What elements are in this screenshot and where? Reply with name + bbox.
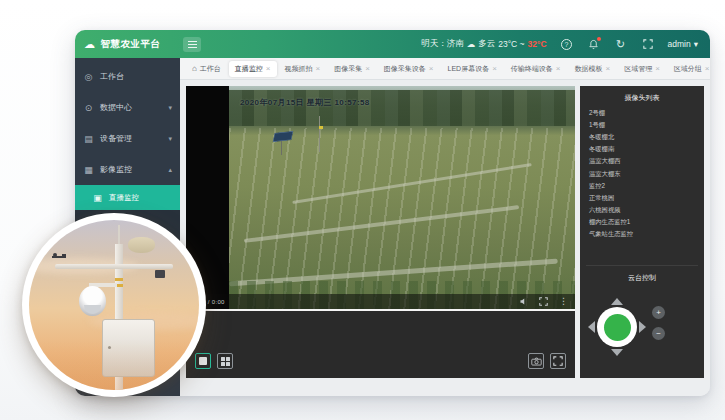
chevron-down-icon: ▾ xyxy=(168,104,172,112)
help-icon[interactable]: ? xyxy=(560,37,574,51)
player-fullscreen-button[interactable] xyxy=(550,353,566,369)
close-icon[interactable]: × xyxy=(365,65,370,73)
fullscreen-icon[interactable] xyxy=(641,37,655,51)
user-menu[interactable]: admin ▾ xyxy=(668,39,698,49)
ptz-left-button[interactable] xyxy=(588,321,595,333)
camera-list-item[interactable]: 六桃园视频 xyxy=(580,205,704,217)
sidebar-item-device-management[interactable]: ▤ 设备管理 ▾ xyxy=(75,123,180,154)
close-icon[interactable]: × xyxy=(429,65,434,73)
ptz-center-button[interactable] xyxy=(597,307,637,347)
chevron-up-icon: ▴ xyxy=(168,166,172,174)
single-view-button[interactable] xyxy=(195,353,211,369)
live-monitor-icon: ▣ xyxy=(92,193,103,203)
notification-bell-icon[interactable] xyxy=(587,37,601,51)
camera-list-item[interactable]: 监控2 xyxy=(580,180,704,192)
video-timestamp-overlay: 2020年07月15日 星期三 10:57:58 xyxy=(240,97,370,108)
single-view-icon xyxy=(199,357,207,365)
volume-icon[interactable] xyxy=(519,297,528,306)
player-toolbar xyxy=(186,311,575,378)
anemometer xyxy=(52,253,66,261)
expand-icon xyxy=(553,356,563,366)
camera-list-item[interactable]: 正常桃园 xyxy=(580,192,704,204)
video-viewport[interactable]: 2020年07月15日 星期三 10:57:58 0:00 / 0:00 ⋮ xyxy=(186,86,575,311)
tab-image-collection[interactable]: 图像采集 × xyxy=(328,61,376,77)
tab-live-monitoring[interactable]: 直播监控 × xyxy=(229,61,277,77)
chevron-down-icon: ▾ xyxy=(694,39,698,49)
app-header: ☁ 智慧农业平台 明天：济南 ☁ 多云 23°C ~ 32°C ? xyxy=(75,30,710,58)
ptz-up-button[interactable] xyxy=(611,298,623,305)
ptz-zoom-out-button[interactable]: − xyxy=(652,327,665,340)
tab-transmission-devices[interactable]: 传输终端设备 × xyxy=(505,61,567,77)
video-player: 2020年07月15日 星期三 10:57:58 0:00 / 0:00 ⋮ xyxy=(186,86,575,378)
grid-view-button[interactable] xyxy=(217,353,233,369)
sidebar-item-workbench[interactable]: ◎ 工作台 xyxy=(75,61,180,92)
weather-summary: 明天：济南 ☁ 多云 23°C ~ 32°C xyxy=(421,38,546,50)
camera-list-title: 摄像头列表 xyxy=(580,86,704,107)
sidebar-item-data-center[interactable]: ⊙ 数据中心 ▾ xyxy=(75,92,180,123)
weather-condition: 多云 xyxy=(478,38,495,50)
tab-home[interactable]: ⌂ 工作台 xyxy=(186,61,227,77)
camera-list-item[interactable]: 冬暖棚北 xyxy=(580,131,704,143)
snapshot-button[interactable] xyxy=(528,353,544,369)
weather-city: 明天：济南 xyxy=(421,38,464,50)
sidebar-item-label: 设备管理 xyxy=(100,133,132,144)
monitor-icon: ▦ xyxy=(83,165,94,175)
close-icon[interactable]: × xyxy=(266,65,271,73)
camera-list-item[interactable]: 棚内生态监控1 xyxy=(580,217,704,229)
camera-list-item[interactable]: 温室大棚西 xyxy=(580,156,704,168)
temp-low: 23°C ~ xyxy=(498,39,524,49)
more-options-icon[interactable]: ⋮ xyxy=(559,297,568,306)
camera-icon xyxy=(531,357,542,366)
sensor-cross-arm xyxy=(55,264,173,269)
tab-image-collection-devices[interactable]: 图像采集设备 × xyxy=(378,61,440,77)
camera-list-item[interactable]: 气象站生态监控 xyxy=(580,229,704,241)
sidebar-item-video-monitoring[interactable]: ▦ 影像监控 ▴ xyxy=(75,154,180,185)
sidebar-item-label: 数据中心 xyxy=(100,102,132,113)
close-icon[interactable]: × xyxy=(606,65,611,73)
sidebar-toggle-button[interactable] xyxy=(183,37,201,52)
ptz-right-button[interactable] xyxy=(639,321,646,333)
temp-high: 32°C xyxy=(528,39,547,49)
sidebar-item-label: 影像监控 xyxy=(100,164,132,175)
app-title: 智慧农业平台 xyxy=(101,38,161,51)
weather-station-photo xyxy=(22,213,206,397)
video-control-bar: 0:00 / 0:00 ⋮ xyxy=(186,294,575,309)
cloud-logo-icon: ☁ xyxy=(84,38,96,51)
sidebar-item-label: 工作台 xyxy=(100,71,124,82)
camera-list-item[interactable]: 1号棚 xyxy=(580,119,704,131)
ptz-dpad xyxy=(589,299,645,355)
camera-panel: 摄像头列表 2号棚 1号棚 冬暖棚北 冬暖棚南 温室大棚西 温室大棚东 监控2 … xyxy=(580,86,704,378)
close-icon[interactable]: × xyxy=(316,65,321,73)
user-name: admin xyxy=(668,39,691,49)
close-icon[interactable]: × xyxy=(705,65,710,73)
ptz-zoom-in-button[interactable]: + xyxy=(652,306,665,319)
antenna xyxy=(118,225,120,245)
weather-cloud-icon: ☁ xyxy=(467,39,476,49)
ptz-control: + − xyxy=(580,289,704,375)
camera-list-item[interactable]: 2号棚 xyxy=(580,107,704,119)
tab-video-capture[interactable]: 视频抓拍 × xyxy=(279,61,327,77)
tab-data-template[interactable]: 数据模板 × xyxy=(569,61,617,77)
ptz-control-title: 云台控制 xyxy=(580,266,704,287)
refresh-icon[interactable]: ↻ xyxy=(614,37,628,51)
tab-region-management[interactable]: 区域管理 × xyxy=(618,61,666,77)
chevron-down-icon: ▾ xyxy=(168,135,172,143)
close-icon[interactable]: × xyxy=(492,65,497,73)
tab-led-screen-devices[interactable]: LED屏幕设备 × xyxy=(442,61,503,77)
device-icon: ▤ xyxy=(83,134,94,144)
radiation-shield xyxy=(128,237,155,253)
camera-list-item[interactable]: 冬暖棚南 xyxy=(580,144,704,156)
content-area: 2020年07月15日 星期三 10:57:58 0:00 / 0:00 ⋮ xyxy=(180,80,710,396)
close-icon[interactable]: × xyxy=(556,65,561,73)
home-icon: ⌂ xyxy=(192,64,197,73)
ptz-down-button[interactable] xyxy=(611,349,623,356)
tab-region-grouping[interactable]: 区域分组 × xyxy=(668,61,710,77)
camera-list-item[interactable]: 温室大棚东 xyxy=(580,168,704,180)
video-fullscreen-icon[interactable] xyxy=(539,297,548,306)
close-icon[interactable]: × xyxy=(655,65,660,73)
wind-sensor xyxy=(155,270,165,278)
app-logo: ☁ 智慧农业平台 xyxy=(75,38,180,51)
grid-view-icon xyxy=(221,357,230,366)
notification-badge xyxy=(597,37,601,41)
sidebar-item-live-monitoring[interactable]: ▣ 直播监控 xyxy=(75,185,180,210)
